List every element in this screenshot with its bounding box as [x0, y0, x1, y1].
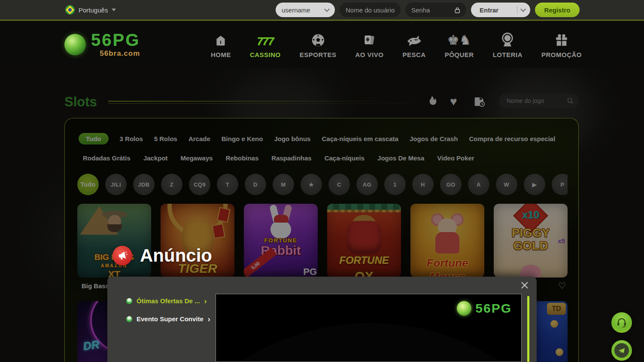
banner-logo: 56PG: [457, 301, 512, 316]
green-dot-icon: [126, 298, 132, 304]
support-button[interactable]: [611, 312, 632, 333]
chess-pieces-icon: ♚♞: [447, 31, 471, 48]
nav-item-pesca[interactable]: PESCA: [402, 31, 425, 58]
account-type-select[interactable]: username: [276, 3, 335, 17]
logo-text: 56PG: [91, 31, 140, 48]
site-logo[interactable]: 56PG 56bra.com: [64, 31, 140, 58]
floating-actions: [611, 312, 632, 361]
close-icon: [520, 281, 529, 290]
nav-item-cassino[interactable]: 777 CASSINO: [250, 31, 281, 58]
main-nav: 56PG 56bra.com HOME 777 CASSINO ESPORTES: [0, 21, 644, 68]
menu-item-evento[interactable]: Evento Super Convite ›: [126, 315, 210, 323]
nav-item-poquer[interactable]: ♚♞ PÔQUER: [445, 31, 474, 58]
nav-item-promocao[interactable]: PROMOÇÃO: [541, 31, 582, 58]
announcement-title: Anúncio: [140, 245, 212, 266]
nav-item-ao-vivo[interactable]: AO VIVO: [355, 31, 383, 58]
headset-icon: [616, 317, 628, 329]
nav-item-home[interactable]: HOME: [211, 31, 231, 58]
gift-icon: [554, 31, 569, 48]
caret-down-icon: [112, 9, 116, 11]
divider: [517, 6, 517, 14]
language-label: Português: [79, 6, 108, 14]
password-field-wrap: [405, 3, 466, 17]
announcement-header: Anúncio: [112, 245, 212, 266]
green-dot-icon: [126, 316, 132, 322]
menu-item-ofertas[interactable]: Ótimas Ofertas De ... ›: [126, 297, 210, 305]
chevron-right-icon: ›: [208, 316, 210, 322]
register-button[interactable]: Registro: [535, 3, 580, 17]
modal-scrollbar[interactable]: [527, 296, 529, 362]
chevron-down-icon: [324, 6, 330, 12]
close-button[interactable]: [519, 279, 531, 291]
chevron-right-icon: ›: [204, 298, 207, 304]
announcement-menu: Ótimas Ofertas De ... › Evento Super Con…: [126, 297, 210, 323]
login-label: Entrar: [480, 6, 498, 14]
home-icon: [214, 31, 228, 48]
lock-icon: [455, 6, 460, 14]
login-button[interactable]: Entrar: [471, 3, 530, 17]
top-bar: Português username Entrar Registro: [0, 0, 644, 21]
telegram-button[interactable]: [611, 340, 632, 361]
rainbow-arcs-art: [216, 323, 522, 362]
telegram-icon: [614, 343, 629, 358]
brazil-flag-icon: [65, 5, 75, 15]
nav-item-loteria[interactable]: LOTERIA: [493, 31, 522, 58]
soccer-ball-icon: [311, 31, 325, 48]
announcement-banner[interactable]: 56PG: [216, 294, 522, 362]
logo-sphere-icon: [457, 301, 471, 316]
fish-icon: [406, 31, 422, 48]
slots-777-icon: 777: [257, 31, 273, 48]
username-input[interactable]: [346, 6, 395, 14]
logo-sphere-icon: [64, 34, 86, 55]
lottery-wheel-icon: [500, 31, 515, 48]
language-selector[interactable]: Português: [65, 5, 116, 15]
megaphone-icon: [112, 246, 132, 265]
logo-domain: 56bra.com: [100, 49, 140, 58]
nav-menu: HOME 777 CASSINO ESPORTES AO VIVO PESCA: [211, 31, 582, 58]
nav-item-esportes[interactable]: ESPORTES: [300, 31, 337, 58]
announcement-modal: Ótimas Ofertas De ... › Evento Super Con…: [107, 277, 537, 362]
account-type-value: username: [282, 6, 310, 14]
password-input[interactable]: [411, 6, 452, 14]
chevron-down-icon: [520, 6, 526, 12]
live-cards-icon: [362, 31, 377, 48]
username-field-wrap: [340, 3, 401, 17]
register-label: Registro: [544, 6, 571, 14]
